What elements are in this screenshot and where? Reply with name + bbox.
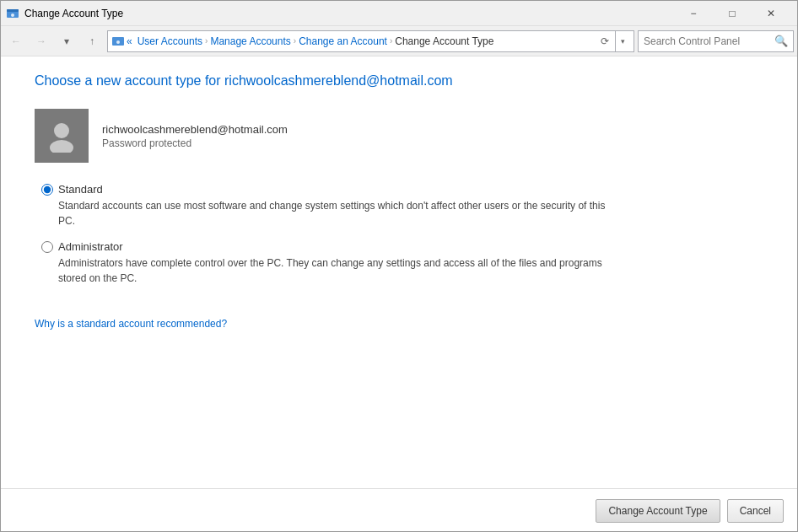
address-bar: « User Accounts › Manage Accounts › Chan… [107, 30, 634, 52]
forward-button[interactable]: → [30, 30, 53, 53]
svg-point-4 [116, 40, 120, 44]
account-status: Password protected [102, 137, 288, 149]
administrator-description: Administrators have complete control ove… [58, 255, 607, 286]
breadcrumb-current: Change Account Type [395, 35, 493, 47]
account-info: richwoolcashmereblend@hotmail.com Passwo… [35, 109, 763, 163]
refresh-button[interactable]: ⟳ [596, 33, 613, 50]
cancel-button[interactable]: Cancel [727, 499, 784, 523]
search-button[interactable]: 🔍 [774, 35, 788, 47]
account-details: richwoolcashmereblend@hotmail.com Passwo… [102, 123, 288, 149]
standard-label[interactable]: Standard [58, 183, 103, 196]
minimize-button[interactable]: − [674, 1, 713, 26]
svg-rect-1 [7, 9, 19, 12]
breadcrumb-manage-accounts[interactable]: Manage Accounts [210, 35, 290, 47]
breadcrumb-change-account[interactable]: Change an Account [299, 35, 387, 47]
close-button[interactable]: ✕ [752, 1, 790, 26]
main-content: Choose a new account type for richwoolca… [1, 56, 797, 532]
back-button[interactable]: ← [4, 30, 28, 53]
svg-point-6 [50, 140, 73, 153]
administrator-label[interactable]: Administrator [58, 240, 123, 253]
title-bar: Change Account Type − □ ✕ [1, 1, 797, 26]
maximize-button[interactable]: □ [713, 1, 752, 26]
standard-description: Standard accounts can use most software … [58, 198, 607, 228]
breadcrumb: « User Accounts › Manage Accounts › Chan… [127, 35, 595, 47]
account-type-options: Standard Standard accounts can use most … [41, 183, 763, 298]
change-account-type-button[interactable]: Change Account Type [596, 499, 720, 523]
address-bar-icon [111, 35, 125, 48]
window-controls: − □ ✕ [674, 1, 790, 26]
standard-option: Standard Standard accounts can use most … [41, 183, 763, 228]
account-avatar [35, 109, 89, 163]
button-area: Change Account Type Cancel [1, 488, 797, 532]
svg-point-5 [54, 123, 69, 138]
nav-dropdown-button[interactable]: ▾ [55, 30, 78, 53]
breadcrumb-nav-icon[interactable]: « [127, 35, 132, 47]
breadcrumb-user-accounts[interactable]: User Accounts [137, 35, 202, 47]
window-title: Change Account Type [24, 8, 123, 19]
search-bar[interactable]: 🔍 [638, 30, 794, 52]
administrator-radio[interactable] [41, 241, 53, 253]
administrator-option: Administrator Administrators have comple… [41, 240, 763, 286]
window-icon [6, 7, 19, 20]
navigation-bar: ← → ▾ ↑ « User Accounts › Manage Account… [1, 26, 797, 56]
up-button[interactable]: ↑ [80, 30, 104, 53]
page-title: Choose a new account type for richwoolca… [35, 73, 763, 89]
account-name: richwoolcashmereblend@hotmail.com [102, 123, 288, 136]
search-input[interactable] [644, 35, 771, 47]
address-dropdown-button[interactable]: ▾ [615, 30, 630, 52]
avatar-icon [45, 119, 78, 153]
recommendation-link[interactable]: Why is a standard account recommended? [35, 318, 763, 330]
standard-radio[interactable] [41, 184, 53, 196]
svg-point-2 [11, 13, 14, 17]
